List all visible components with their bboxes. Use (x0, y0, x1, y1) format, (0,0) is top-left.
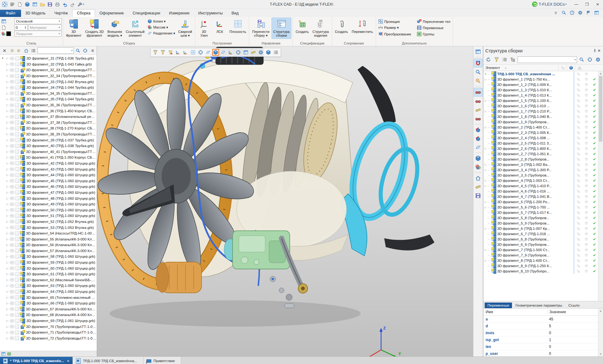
close-panel-icon[interactable] (597, 49, 601, 53)
ribbon-tab[interactable]: Вид (227, 10, 243, 17)
tree-item[interactable]: ▷ 3D фрагмент_66 (ТРД-1-060 Штуцер.grb) (0, 300, 97, 306)
visibility-eye-icon[interactable] (10, 208, 14, 212)
visibility-eye-icon[interactable] (10, 144, 14, 148)
tree-item[interactable]: ▷ 3D фрагмент_60 (ТРД-1-060 Штуцер.grb) (0, 265, 97, 271)
collapse-panel-icon[interactable] (89, 47, 95, 54)
redo-icon[interactable] (69, 1, 76, 8)
ribbon-tab[interactable]: Измерение (164, 10, 194, 17)
visibility-eye-icon[interactable] (10, 62, 14, 66)
expand-icon[interactable]: ▷ (483, 163, 488, 166)
structure-tree-row[interactable]: ▷ ─ 3D фрагмент_1_7 (ТРД-1-210 Р... ✔ (483, 108, 603, 114)
close-panel-icon[interactable] (1, 47, 8, 54)
expand-icon[interactable]: ▷ (6, 290, 9, 293)
tree-item[interactable]: ▷ 3D фрагмент_46 (ТРД-1-060 Штуцер.grb) (0, 184, 97, 190)
visibility-eye-icon[interactable] (10, 249, 14, 252)
structure-tree-row[interactable]: ▷ ─ 3D фрагмент_3 (ТРД-1-002 Ва... ✔ (483, 162, 603, 167)
back-icon[interactable] (8, 47, 15, 54)
document-tab[interactable]: ТРД-1-000 ТРД СБ_изменённа... (73, 357, 143, 364)
expand-icon[interactable]: ▷ (6, 319, 9, 322)
3d-viewport[interactable]: Z X Y (97, 46, 473, 356)
render-mode-icon[interactable] (265, 49, 272, 56)
tree-item[interactable]: ▷ 3D фрагмент_37_38 (Трубопроводы\ТТ-1-.… (0, 120, 97, 126)
filter-edit-icon[interactable] (152, 49, 159, 56)
tree-item[interactable]: ▷ 3D фрагмент_47 (ТРД-1-060 Штуцер.grb) (0, 190, 97, 196)
sep[interactable] (475, 124, 481, 124)
tree-item[interactable]: ▷ 3D фрагмент_37 (Вспомогательный редук.… (0, 114, 97, 120)
ribbon-tab[interactable]: 3D Модель (21, 10, 50, 17)
variable-row[interactable]: isp_gol 1 (483, 336, 603, 343)
transform-column-icon[interactable] (558, 65, 567, 71)
pin-icon[interactable] (593, 49, 597, 53)
expand-icon[interactable]: ▷ (6, 191, 9, 194)
geometry-column-icon[interactable] (567, 65, 575, 71)
expand-icon[interactable]: ▷ (483, 126, 488, 129)
tree-item[interactable]: ▷ 3D фрагмент_34 (ТРД-1-044 Трубка.grb) (0, 85, 97, 91)
expand-icon[interactable]: ▷ (6, 168, 9, 171)
tree-item[interactable]: ▷ 3D фрагмент_39 (ТРД-1-037 Трубка.grb) (0, 137, 97, 143)
structure-tree-row[interactable]: ▾ ─ ТРД-1-000 ТРД СБ_изменённая ... (483, 71, 603, 76)
expand-icon[interactable]: ▷ (6, 220, 9, 223)
expand-icon[interactable]: ▷ (6, 238, 9, 241)
weld-seam-button[interactable]: Сварной шов ▾ (177, 18, 194, 39)
expand-icon[interactable]: ▷ (6, 156, 9, 159)
transformation-button[interactable]: Преобразование (377, 31, 412, 37)
expand-icon[interactable]: ▷ (483, 184, 488, 187)
expand-icon[interactable]: ▷ (483, 147, 488, 150)
array-button[interactable]: Массив ▾ (147, 25, 176, 30)
structure-tree-row[interactable]: ─ 3D фрагмент_5_8 (Трубопров... ✔ (483, 215, 603, 220)
expand-icon[interactable]: ▷ (6, 74, 9, 77)
visibility-eye-icon[interactable] (10, 290, 14, 293)
structure-tree-row[interactable]: ─ 3D фрагмент_8_9 (ТРД-1-250 К... ✔ (483, 263, 603, 268)
visibility-eye-icon[interactable] (10, 214, 14, 218)
3d-fragment-button[interactable]: 3D Фрагмент (64, 18, 83, 39)
filter-icon[interactable] (493, 56, 500, 63)
tree-item[interactable]: ▷ 3D фрагмент_32_34 (Трубопроводы\ТТ-1-.… (0, 73, 97, 79)
app-logo-icon[interactable] (1, 1, 8, 8)
structure-tree-row[interactable]: ▷ ─ 3D фрагмент_8 (ТРД-1-600 Ст... ✔ (483, 258, 603, 263)
visibility-eye-icon[interactable] (10, 98, 14, 101)
panel-window-icon[interactable] (1, 352, 6, 356)
expand-icon[interactable]: ▷ (483, 227, 488, 230)
tree-item[interactable]: ▷ 3D фрагмент_32 (ТРД-1-043 Гайка.grb) (0, 61, 97, 67)
tree-item[interactable]: ▷ 3D фрагмент_40_41 (Трубопроводы\ТТ-1-.… (0, 149, 97, 155)
tree-item[interactable]: ▷ 3D фрагмент_33 (ТРД-1-042 Втулка.grb) (0, 79, 97, 85)
restore-button[interactable]: ❐ (582, 1, 592, 8)
visibility-eye-icon[interactable] (10, 331, 14, 334)
expand-icon[interactable]: ▷ (6, 232, 9, 235)
tree-item[interactable]: ▷ 3D фрагмент_71 (Трубопроводы\ТТ-1-031.… (0, 330, 97, 335)
structure-tree-row[interactable]: ─ 3D фрагмент_1_9 (Трубопров... ✔ (483, 119, 603, 124)
structure-tree-row[interactable]: ─ 3D фрагмент_1_3 (ТРД-1-010 К... ✔ (483, 87, 603, 92)
visibility-eye-icon[interactable] (10, 336, 14, 340)
structure-tree-row[interactable]: ─ 3D фрагмент_2_5 (ТРД-1-011 З... ✔ (483, 140, 603, 146)
snap-grid-icon[interactable] (190, 49, 197, 56)
expand-icon[interactable]: ▷ (483, 259, 488, 262)
snap-node-icon[interactable] (197, 49, 204, 56)
search-icon[interactable] (75, 47, 81, 54)
tree-item[interactable]: ▷ 3D фрагмент_70 (Трубопроводы\ТТ-1-030.… (0, 324, 97, 330)
save-icon[interactable] (46, 1, 53, 8)
tree-item[interactable]: ▷ 3D фрагмент_55 (Клапаны\КК-3-000 Клапа… (0, 236, 97, 242)
expand-icon[interactable]: ▷ (6, 162, 9, 165)
measure-icon[interactable] (250, 49, 257, 56)
visibility-eye-icon[interactable] (10, 74, 14, 78)
variable-row[interactable]: p_user 0 (483, 350, 603, 356)
workplane-button[interactable]: Плоскость (228, 18, 248, 39)
variable-row[interactable]: len 0 (483, 343, 603, 350)
color-swatch[interactable] (6, 31, 11, 36)
visibility-list-icon[interactable] (501, 56, 508, 63)
windows-layout-icon[interactable] (594, 10, 600, 16)
visibility-eye-icon[interactable] (10, 220, 14, 223)
tree-item[interactable]: ▷ 3D фрагмент_31 (ТРД-1-036 Трубка.grb) (0, 55, 97, 61)
structure-tree-row[interactable]: ─ 3D фрагмент_5_7 (ТРД-1-017 К... ✔ (483, 210, 603, 215)
full-check-model-icon[interactable] (474, 135, 482, 143)
body-intersection-button[interactable]: Пересечение тел (416, 19, 451, 24)
help-icon[interactable] (570, 10, 576, 16)
split-button[interactable]: Разделение ▾ (147, 31, 176, 36)
visibility-eye-icon[interactable] (10, 237, 14, 241)
save-view-icon[interactable] (474, 192, 482, 200)
structure-tree-row[interactable]: ─ 3D фрагмент_2_3 (ТРД-1-005 К... ✔ (483, 130, 603, 135)
visibility-eye-icon[interactable] (10, 133, 14, 136)
structure-scrollbar[interactable]: ▲ (598, 71, 603, 301)
structure-tree-row[interactable]: ─ 3D фрагмент_7_9 (Трубопров... ✔ (483, 252, 603, 258)
visibility-eye-icon[interactable] (10, 307, 14, 311)
